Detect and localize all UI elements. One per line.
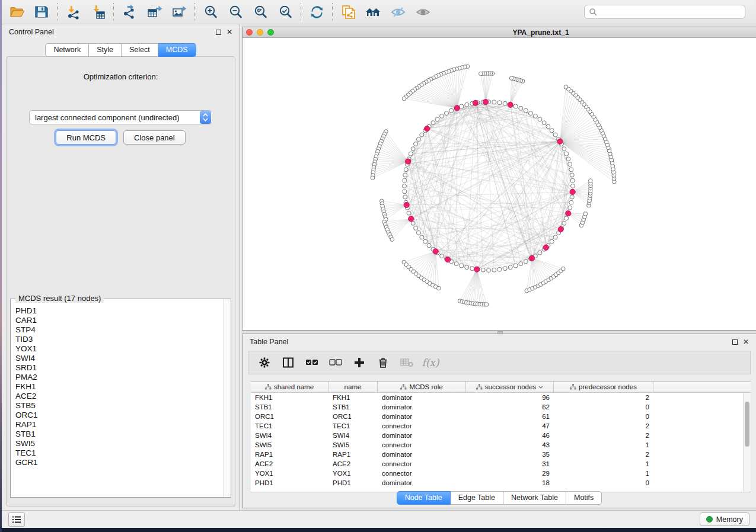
mcds-result-item[interactable]: CAR1 xyxy=(15,316,222,325)
graph-node[interactable] xyxy=(390,238,394,242)
graph-node[interactable] xyxy=(571,184,575,188)
graph-node[interactable] xyxy=(553,133,557,137)
graph-node[interactable] xyxy=(497,101,502,105)
close-panel-button[interactable]: Close panel xyxy=(123,130,186,145)
zoom-out-button[interactable] xyxy=(223,2,248,22)
tab-select[interactable]: Select xyxy=(122,43,158,57)
table-row[interactable]: STB1STB1dominator620 xyxy=(251,402,751,412)
graph-node[interactable] xyxy=(460,264,464,268)
graph-node[interactable] xyxy=(403,173,407,177)
graph-node[interactable] xyxy=(484,303,489,307)
close-panel-icon[interactable]: ✕ xyxy=(227,28,232,36)
graph-node[interactable] xyxy=(407,211,411,215)
first-neighbors-button[interactable] xyxy=(361,2,385,22)
tab-motifs[interactable]: Motifs xyxy=(566,491,602,505)
mcds-result-item[interactable]: STB1 xyxy=(15,430,222,439)
mcds-result-item[interactable]: PHD1 xyxy=(15,306,222,316)
table-row[interactable]: PHD1PHD1dominator180 xyxy=(251,478,751,488)
export-table-button[interactable] xyxy=(142,2,167,22)
graph-node[interactable] xyxy=(440,254,444,258)
graph-node[interactable] xyxy=(564,152,569,156)
graph-node[interactable] xyxy=(479,72,483,76)
graph-node[interactable] xyxy=(416,137,420,142)
mcds-result-item[interactable]: STB5 xyxy=(15,401,222,411)
network-graph[interactable] xyxy=(243,38,756,330)
save-session-button[interactable] xyxy=(29,2,54,22)
tab-mcds[interactable]: MCDS xyxy=(158,43,196,57)
graph-hub-node[interactable] xyxy=(425,126,430,132)
mcds-result-item[interactable]: YOX1 xyxy=(15,344,222,354)
mcds-result-item[interactable]: TEC1 xyxy=(15,448,222,458)
graph-node[interactable] xyxy=(465,102,469,107)
mcds-result-item[interactable]: SWI4 xyxy=(15,354,222,363)
graph-node[interactable] xyxy=(454,262,458,266)
deselect-all-rows-button[interactable] xyxy=(328,355,343,370)
graph-node[interactable] xyxy=(487,268,491,273)
graph-node[interactable] xyxy=(564,85,568,89)
graph-node[interactable] xyxy=(553,235,557,239)
graph-node[interactable] xyxy=(561,267,565,271)
graph-node[interactable] xyxy=(403,184,407,188)
graph-node[interactable] xyxy=(427,243,431,248)
mcds-result-item[interactable]: PMA2 xyxy=(15,373,222,382)
graph-hub-node[interactable] xyxy=(445,257,451,262)
table-row[interactable]: SWI4SWI4dominator462 xyxy=(251,431,751,440)
graph-hub-node[interactable] xyxy=(508,102,513,107)
graph-node[interactable] xyxy=(411,147,415,151)
graph-node[interactable] xyxy=(431,121,435,125)
open-file-button[interactable] xyxy=(4,2,29,22)
delete-column-button[interactable] xyxy=(375,355,391,370)
graph-node[interactable] xyxy=(569,200,573,204)
table-row[interactable]: ACE2ACE2connector311 xyxy=(251,459,751,469)
show-columns-button[interactable] xyxy=(280,355,296,370)
table-settings-button[interactable] xyxy=(257,355,272,370)
graph-node[interactable] xyxy=(440,114,444,118)
network-canvas[interactable] xyxy=(243,38,756,330)
mcds-result-list[interactable]: PHD1CAR1STP4TID3YOX1SWI4SRD1PMA2FKH1ACE2… xyxy=(11,306,222,496)
export-network-button[interactable] xyxy=(117,2,142,22)
graph-node[interactable] xyxy=(492,100,496,104)
graph-node[interactable] xyxy=(562,147,566,151)
duplicate-network-button[interactable] xyxy=(336,2,361,22)
graph-node[interactable] xyxy=(524,108,528,113)
table-row[interactable]: TEC1TEC1connector472 xyxy=(251,421,751,431)
graph-node[interactable] xyxy=(403,190,407,194)
graph-node[interactable] xyxy=(508,265,512,270)
tab-style[interactable]: Style xyxy=(89,43,122,57)
graph-hub-node[interactable] xyxy=(474,267,480,272)
mcds-result-item[interactable]: ORC1 xyxy=(15,411,222,420)
table-row[interactable]: ORC1ORC1dominator610 xyxy=(251,412,751,421)
graph-node[interactable] xyxy=(481,268,485,272)
graph-node[interactable] xyxy=(570,173,574,177)
column-header-predecessor-nodes[interactable]: predecessor nodes xyxy=(554,382,653,392)
mcds-result-item[interactable]: FKH1 xyxy=(15,382,222,392)
graph-node[interactable] xyxy=(403,178,407,182)
graph-hub-node[interactable] xyxy=(454,105,460,111)
graph-node[interactable] xyxy=(513,104,518,108)
graph-node[interactable] xyxy=(570,195,574,199)
float-panel-icon[interactable] xyxy=(216,30,221,35)
mcds-result-item[interactable]: TID3 xyxy=(15,335,222,344)
graph-hub-node[interactable] xyxy=(570,189,575,194)
graph-node[interactable] xyxy=(414,226,418,230)
graph-node[interactable] xyxy=(403,195,407,199)
hide-details-button[interactable] xyxy=(385,2,410,22)
column-header-successor-nodes[interactable]: successor nodes xyxy=(466,382,554,392)
zoom-in-button[interactable] xyxy=(198,2,223,22)
graph-node[interactable] xyxy=(423,239,428,243)
column-header-MCDS-role[interactable]: MCDS role xyxy=(378,382,466,392)
graph-node[interactable] xyxy=(562,221,566,225)
column-header-name[interactable]: name xyxy=(328,382,378,392)
graph-node[interactable] xyxy=(538,117,542,121)
graph-node[interactable] xyxy=(533,114,537,118)
mcds-result-item[interactable]: SRD1 xyxy=(15,363,222,373)
graph-node[interactable] xyxy=(409,152,413,156)
graph-hub-node[interactable] xyxy=(433,249,438,254)
graph-node[interactable] xyxy=(435,117,439,121)
graph-node[interactable] xyxy=(583,212,588,216)
graph-node[interactable] xyxy=(437,286,441,290)
graph-node[interactable] xyxy=(588,179,592,183)
graph-node[interactable] xyxy=(460,104,464,108)
refresh-layout-button[interactable] xyxy=(304,2,329,22)
mcds-list-scrollbar[interactable] xyxy=(223,299,231,497)
